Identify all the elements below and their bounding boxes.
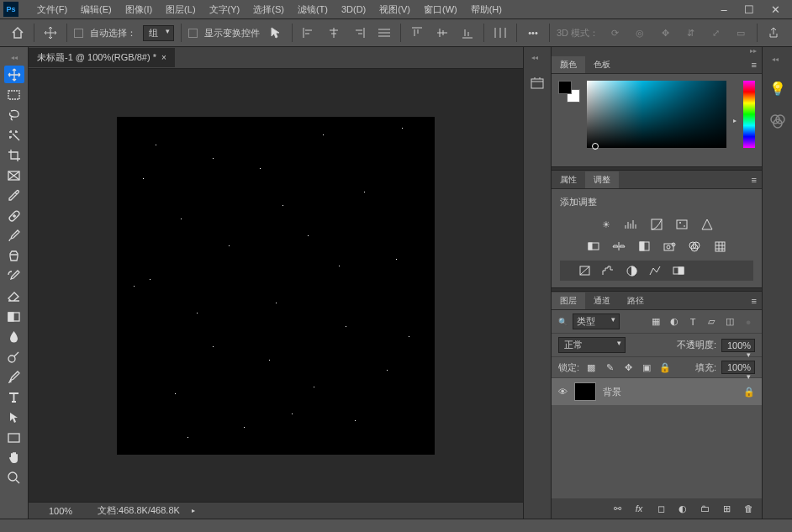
tool-blur[interactable] xyxy=(4,328,24,345)
visibility-icon[interactable]: 👁 xyxy=(558,387,568,397)
tab-color[interactable]: 颜色 xyxy=(552,56,585,73)
tool-zoom[interactable] xyxy=(4,469,24,487)
adj-threshold-icon[interactable] xyxy=(624,263,639,278)
tool-crop[interactable] xyxy=(4,146,24,164)
minimize-icon[interactable]: ‒ xyxy=(721,3,727,16)
tool-eraser[interactable] xyxy=(4,287,24,305)
tab-layers[interactable]: 图层 xyxy=(552,292,585,309)
align-hcenter-icon[interactable] xyxy=(325,24,343,42)
rdock-collapse-icon[interactable]: ◂◂ xyxy=(772,55,784,64)
menu-help[interactable]: 帮助(H) xyxy=(464,3,509,16)
canvas-viewport[interactable] xyxy=(29,69,523,502)
3d-roll-icon[interactable]: ◎ xyxy=(631,24,649,42)
tool-type[interactable] xyxy=(4,388,24,406)
new-fill-icon[interactable]: ◐ xyxy=(676,503,689,514)
blend-mode-dropdown[interactable]: 正常 xyxy=(558,337,626,353)
tab-properties[interactable]: 属性 xyxy=(552,171,585,188)
tool-eyedropper[interactable] xyxy=(4,187,24,204)
tab-swatches[interactable]: 色板 xyxy=(585,56,619,73)
align-right-icon[interactable] xyxy=(350,24,368,42)
align-vcenter-icon[interactable] xyxy=(433,24,451,42)
tool-magic-wand[interactable] xyxy=(4,126,24,144)
layers-panel-menu-icon[interactable]: ≡ xyxy=(747,296,762,306)
filter-pixel-icon[interactable]: ▦ xyxy=(649,316,663,328)
3d-pan-icon[interactable]: ✥ xyxy=(656,24,674,42)
adjust-panel-menu-icon[interactable]: ≡ xyxy=(747,175,762,185)
align-bottom-icon[interactable] xyxy=(458,24,477,42)
tool-rectangle[interactable] xyxy=(4,429,24,446)
align-menu-icon[interactable] xyxy=(375,24,393,42)
tool-rect-marquee[interactable] xyxy=(4,86,24,103)
menu-filter[interactable]: 滤镜(T) xyxy=(291,3,335,16)
link-layers-icon[interactable]: ⚯ xyxy=(610,503,624,514)
panels-collapse-icon[interactable]: ▸▸ xyxy=(552,47,762,55)
adj-gradientmap-icon[interactable] xyxy=(671,263,686,278)
menu-3d[interactable]: 3D(D) xyxy=(335,4,372,14)
3d-orbit-icon[interactable]: ⟳ xyxy=(605,24,624,42)
adj-photofilter-icon[interactable] xyxy=(662,239,677,254)
filter-adjust-icon[interactable]: ◐ xyxy=(668,316,681,328)
adj-vibrance-icon[interactable] xyxy=(700,217,715,232)
filter-smart-icon[interactable]: ◫ xyxy=(723,316,737,328)
layer-lock-icon[interactable]: 🔒 xyxy=(743,387,755,398)
libraries-panel-icon[interactable] xyxy=(769,113,786,130)
document-tab[interactable]: 未标题-1 @ 100%(RGB/8#) * × xyxy=(29,48,175,67)
share-icon[interactable] xyxy=(764,24,783,42)
adj-invert-icon[interactable] xyxy=(577,263,592,278)
adj-colorbalance-icon[interactable] xyxy=(611,239,626,254)
auto-select-dropdown[interactable]: 组 xyxy=(143,25,174,41)
adj-bw-icon[interactable] xyxy=(636,239,652,254)
menu-file[interactable]: 文件(F) xyxy=(30,3,74,16)
lock-all-icon[interactable]: 🔒 xyxy=(658,361,672,373)
filter-shape-icon[interactable]: ▱ xyxy=(705,316,718,328)
tab-paths[interactable]: 路径 xyxy=(619,292,652,309)
adj-exposure-icon[interactable] xyxy=(674,217,689,232)
layer-mask-icon[interactable]: ◻ xyxy=(654,503,668,514)
menu-type[interactable]: 文字(Y) xyxy=(203,3,247,16)
lock-transparent-icon[interactable]: ▩ xyxy=(584,361,598,373)
fg-color-swatch[interactable] xyxy=(558,81,572,94)
adj-colorlookup-icon[interactable] xyxy=(712,239,727,254)
home-icon[interactable] xyxy=(8,24,27,42)
hue-slider[interactable] xyxy=(743,81,755,148)
new-layer-icon[interactable]: ⊞ xyxy=(720,503,733,514)
3d-slide-icon[interactable]: ⇵ xyxy=(681,24,700,42)
lock-position-icon[interactable]: ✥ xyxy=(621,361,635,373)
fill-value[interactable]: 100% xyxy=(721,361,755,374)
tool-lasso[interactable] xyxy=(4,106,24,124)
menu-edit[interactable]: 编辑(E) xyxy=(74,3,119,16)
more-options-icon[interactable]: ••• xyxy=(524,24,542,42)
close-icon[interactable]: ✕ xyxy=(771,3,780,16)
tool-gradient[interactable] xyxy=(4,308,24,325)
color-picker[interactable] xyxy=(587,81,726,148)
adj-levels-icon[interactable] xyxy=(624,217,639,232)
tool-healing[interactable] xyxy=(4,207,24,224)
color-panel-menu-icon[interactable]: ≡ xyxy=(747,60,762,70)
layer-name[interactable]: 背景 xyxy=(603,386,621,398)
opacity-value[interactable]: 100% xyxy=(721,339,755,352)
filter-toggle-icon[interactable]: ● xyxy=(742,316,755,328)
adj-brightness-icon[interactable]: ☀ xyxy=(599,217,614,232)
tool-history-brush[interactable] xyxy=(4,267,24,285)
align-left-icon[interactable] xyxy=(299,24,318,42)
tab-adjustments[interactable]: 调整 xyxy=(585,171,619,188)
menu-select[interactable]: 选择(S) xyxy=(246,3,291,16)
distribute-icon[interactable] xyxy=(491,24,510,42)
lock-artboard-icon[interactable]: ▣ xyxy=(640,361,653,373)
adj-selectivecolor-icon[interactable] xyxy=(647,263,663,278)
doc-info[interactable]: 文档:468.8K/468.8K xyxy=(98,504,180,517)
history-panel-icon[interactable] xyxy=(528,74,546,92)
align-top-icon[interactable] xyxy=(408,24,426,42)
adj-curves-icon[interactable] xyxy=(649,217,664,232)
maximize-icon[interactable]: ☐ xyxy=(744,3,754,16)
layer-style-icon[interactable]: fx xyxy=(632,503,646,514)
tool-pen[interactable] xyxy=(4,368,24,386)
zoom-level[interactable]: 100% xyxy=(35,506,86,516)
auto-select-checkbox[interactable] xyxy=(74,29,83,38)
delete-layer-icon[interactable]: 🗑 xyxy=(742,503,755,514)
learn-panel-icon[interactable]: 💡 xyxy=(769,81,786,97)
toolbar-collapse-icon[interactable]: ◂◂ xyxy=(11,54,18,61)
tool-brush[interactable] xyxy=(4,227,24,245)
tool-dodge[interactable] xyxy=(4,348,24,366)
menu-window[interactable]: 窗口(W) xyxy=(417,3,464,16)
